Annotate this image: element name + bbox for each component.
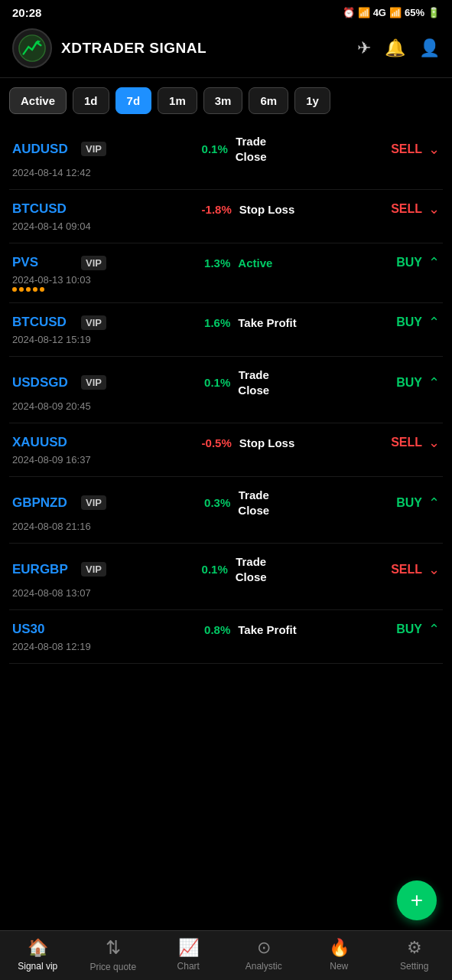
active-dots bbox=[12, 287, 440, 292]
battery-icon: 🔋 bbox=[428, 7, 440, 18]
trade-vip-badge: VIP bbox=[81, 315, 106, 330]
nav-signal-vip-label: Signal vip bbox=[18, 961, 57, 972]
arrow-up-icon: ⌃ bbox=[428, 374, 440, 391]
trade-pct: 1.6% bbox=[204, 316, 230, 329]
trade-row-main: US30 0.8% Take Profit BUY ⌃ bbox=[12, 621, 440, 638]
trade-direction: SELL bbox=[391, 563, 422, 577]
signal-icon: 📶 bbox=[358, 7, 370, 18]
setting-icon: ⚙ bbox=[407, 938, 422, 958]
nav-signal-vip[interactable]: 🏠 Signal vip bbox=[0, 938, 76, 972]
trade-date: 2024-08-14 12:42 bbox=[12, 167, 440, 178]
user-icon[interactable]: 👤 bbox=[419, 38, 440, 58]
trade-date: 2024-08-12 15:19 bbox=[12, 334, 440, 345]
trade-item[interactable]: GBPNZD VIP 0.3% TradeClose BUY ⌃ 2024-08… bbox=[9, 477, 443, 544]
trade-status: Stop Loss bbox=[239, 203, 295, 216]
trade-vip-badge: VIP bbox=[81, 495, 106, 510]
wifi-icon: 📶 bbox=[389, 7, 402, 18]
trade-item[interactable]: BTCUSD -1.8% Stop Loss SELL ⌄ 2024-08-14… bbox=[9, 190, 443, 243]
trade-direction: BUY bbox=[396, 376, 422, 390]
trade-symbol: PVS bbox=[12, 255, 73, 270]
time: 20:28 bbox=[12, 6, 41, 19]
filter-tab-1d[interactable]: 1d bbox=[73, 87, 109, 114]
trade-status: TradeClose bbox=[238, 488, 269, 518]
filter-tab-6m[interactable]: 6m bbox=[249, 87, 288, 114]
trade-row-main: USDSGD VIP 0.1% TradeClose BUY ⌃ bbox=[12, 368, 440, 397]
battery-level: 65% bbox=[405, 7, 424, 18]
filter-tab-1y[interactable]: 1y bbox=[294, 87, 330, 114]
price-quote-icon: ⇅ bbox=[106, 937, 121, 959]
trade-middle: 1.3% Active bbox=[204, 256, 396, 270]
status-icons: ⏰ 📶 4G 📶 65% 🔋 bbox=[343, 7, 440, 18]
data-icon: 4G bbox=[373, 7, 386, 18]
trade-symbol: EURGBP bbox=[12, 562, 73, 577]
trade-left: EURGBP VIP bbox=[12, 562, 202, 577]
status-bar: 20:28 ⏰ 📶 4G 📶 65% 🔋 bbox=[0, 0, 452, 22]
trade-date: 2024-08-09 16:37 bbox=[12, 454, 440, 466]
trade-middle: 0.8% Take Profit bbox=[204, 623, 396, 636]
nav-analystic[interactable]: ⊙ Analystic bbox=[226, 938, 302, 972]
nav-price-quote[interactable]: ⇅ Price quote bbox=[76, 937, 151, 972]
arrow-down-icon: ⌄ bbox=[428, 561, 440, 578]
trade-row-main: BTCUSD VIP 1.6% Take Profit BUY ⌃ bbox=[12, 314, 440, 331]
trade-item[interactable]: EURGBP VIP 0.1% TradeClose SELL ⌄ 2024-0… bbox=[9, 544, 443, 610]
telegram-icon[interactable]: ✈ bbox=[357, 38, 371, 58]
trade-direction: BUY bbox=[396, 256, 422, 270]
analystic-icon: ⊙ bbox=[257, 938, 271, 958]
trade-status: Active bbox=[238, 256, 272, 270]
nav-setting-label: Setting bbox=[400, 961, 428, 972]
trade-item[interactable]: BTCUSD VIP 1.6% Take Profit BUY ⌃ 2024-0… bbox=[9, 303, 443, 357]
filter-tab-1m[interactable]: 1m bbox=[158, 87, 197, 114]
filter-tab-3m[interactable]: 3m bbox=[203, 87, 243, 114]
trade-symbol: US30 bbox=[12, 622, 73, 637]
trade-symbol: XAUUSD bbox=[12, 435, 73, 450]
trade-right: BUY ⌃ bbox=[396, 314, 440, 331]
trade-date: 2024-08-08 21:16 bbox=[12, 521, 440, 532]
trade-left: BTCUSD bbox=[12, 201, 202, 217]
trade-row-main: AUDUSD VIP 0.1% TradeClose SELL ⌄ bbox=[12, 134, 440, 164]
trade-right: SELL ⌄ bbox=[391, 141, 440, 158]
trade-pct: 0.8% bbox=[204, 623, 230, 636]
trade-item[interactable]: USDSGD VIP 0.1% TradeClose BUY ⌃ 2024-08… bbox=[9, 357, 443, 423]
trade-direction: SELL bbox=[391, 142, 422, 156]
arrow-up-icon: ⌃ bbox=[428, 621, 440, 638]
bottom-nav: 🏠 Signal vip ⇅ Price quote 📈 Chart ⊙ Ana… bbox=[0, 930, 452, 980]
alarm-icon: ⏰ bbox=[343, 7, 355, 18]
trade-middle: 0.1% TradeClose bbox=[202, 134, 392, 164]
trade-list: AUDUSD VIP 0.1% TradeClose SELL ⌄ 2024-0… bbox=[0, 123, 452, 664]
trade-date: 2024-08-08 12:19 bbox=[12, 641, 440, 652]
header-title: XDTRADER SIGNAL bbox=[61, 40, 348, 57]
trade-vip-badge: VIP bbox=[81, 375, 106, 390]
filter-tab-active[interactable]: Active bbox=[9, 87, 67, 114]
trade-left: BTCUSD VIP bbox=[12, 315, 204, 330]
trade-vip-badge: VIP bbox=[81, 256, 106, 270]
filter-tabs: Active 1d 7d 1m 3m 6m 1y bbox=[0, 78, 452, 123]
nav-setting[interactable]: ⚙ Setting bbox=[377, 938, 453, 972]
trade-right: SELL ⌄ bbox=[391, 434, 440, 451]
trade-direction: BUY bbox=[396, 622, 422, 636]
nav-chart[interactable]: 📈 Chart bbox=[151, 938, 226, 972]
filter-tab-7d[interactable]: 7d bbox=[115, 87, 152, 114]
fab-add-button[interactable]: + bbox=[397, 880, 437, 920]
trade-item[interactable]: AUDUSD VIP 0.1% TradeClose SELL ⌄ 2024-0… bbox=[9, 123, 443, 190]
trade-pct: -0.5% bbox=[202, 436, 232, 449]
bell-icon[interactable]: 🔔 bbox=[385, 38, 405, 58]
trade-left: GBPNZD VIP bbox=[12, 495, 204, 511]
trade-item[interactable]: XAUUSD -0.5% Stop Loss SELL ⌄ 2024-08-09… bbox=[9, 423, 443, 477]
trade-pct: 0.1% bbox=[204, 376, 230, 389]
trade-left: XAUUSD bbox=[12, 435, 202, 450]
trade-vip-badge: VIP bbox=[81, 142, 106, 156]
trade-date: 2024-08-14 09:04 bbox=[12, 220, 440, 232]
trade-middle: 0.1% TradeClose bbox=[204, 368, 396, 397]
trade-middle: 1.6% Take Profit bbox=[204, 316, 396, 329]
trade-right: BUY ⌃ bbox=[396, 621, 440, 638]
nav-new[interactable]: 🔥 New bbox=[301, 938, 377, 972]
trade-item[interactable]: US30 0.8% Take Profit BUY ⌃ 2024-08-08 1… bbox=[9, 610, 443, 664]
trade-right: BUY ⌃ bbox=[396, 254, 440, 271]
arrow-down-icon: ⌄ bbox=[428, 201, 440, 217]
trade-date: 2024-08-13 10:03 bbox=[12, 274, 440, 286]
trade-right: SELL ⌄ bbox=[391, 561, 440, 578]
trade-item[interactable]: PVS VIP 1.3% Active BUY ⌃ 2024-08-13 10:… bbox=[9, 243, 443, 303]
trade-pct: -1.8% bbox=[202, 203, 232, 216]
trade-date: 2024-08-09 20:45 bbox=[12, 400, 440, 412]
trade-middle: 0.1% TradeClose bbox=[202, 554, 392, 584]
